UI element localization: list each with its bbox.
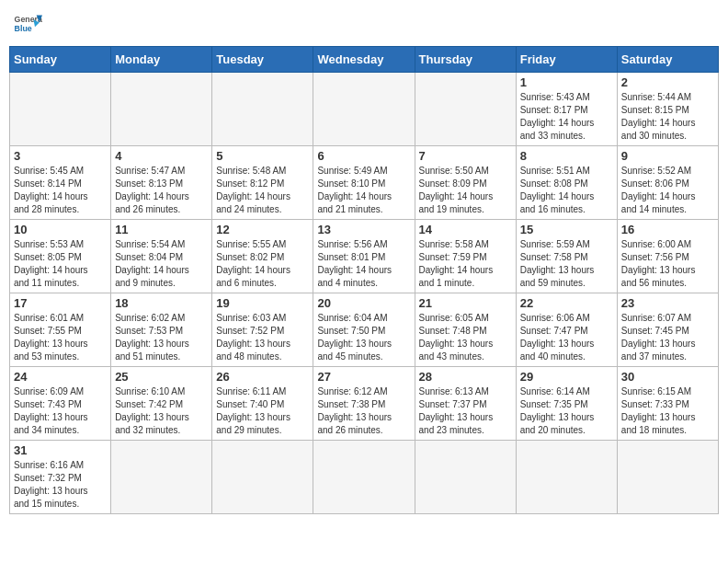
calendar-cell: 21Sunrise: 6:05 AM Sunset: 7:48 PM Dayli… (415, 293, 516, 367)
calendar-cell: 19Sunrise: 6:03 AM Sunset: 7:52 PM Dayli… (212, 293, 313, 367)
day-number: 28 (419, 370, 512, 384)
day-number: 24 (14, 370, 107, 384)
day-number: 17 (14, 296, 107, 310)
calendar-cell: 11Sunrise: 5:54 AM Sunset: 8:04 PM Dayli… (111, 220, 212, 293)
calendar-cell: 5Sunrise: 5:48 AM Sunset: 8:12 PM Daylig… (212, 146, 313, 220)
day-number: 20 (317, 296, 410, 310)
calendar-cell: 6Sunrise: 5:49 AM Sunset: 8:10 PM Daylig… (313, 146, 415, 220)
calendar-cell: 14Sunrise: 5:58 AM Sunset: 7:59 PM Dayli… (415, 220, 516, 293)
day-info: Sunrise: 5:44 AM Sunset: 8:15 PM Dayligh… (621, 91, 714, 143)
day-info: Sunrise: 6:15 AM Sunset: 7:33 PM Dayligh… (621, 385, 714, 437)
day-info: Sunrise: 6:07 AM Sunset: 7:45 PM Dayligh… (621, 312, 714, 363)
calendar-cell (516, 441, 617, 514)
day-number: 30 (621, 370, 714, 384)
day-number: 6 (317, 149, 410, 163)
weekday-header-sunday: Sunday (10, 47, 111, 73)
day-info: Sunrise: 5:58 AM Sunset: 7:59 PM Dayligh… (419, 238, 512, 290)
day-info: Sunrise: 5:45 AM Sunset: 8:14 PM Dayligh… (14, 165, 107, 216)
day-info: Sunrise: 6:06 AM Sunset: 7:47 PM Dayligh… (520, 312, 613, 363)
calendar-cell (212, 441, 313, 514)
calendar-cell: 17Sunrise: 6:01 AM Sunset: 7:55 PM Dayli… (10, 293, 111, 367)
calendar-cell: 23Sunrise: 6:07 AM Sunset: 7:45 PM Dayli… (617, 293, 718, 367)
day-info: Sunrise: 6:16 AM Sunset: 7:32 PM Dayligh… (14, 459, 107, 511)
calendar-cell: 25Sunrise: 6:10 AM Sunset: 7:42 PM Dayli… (111, 367, 212, 441)
day-info: Sunrise: 6:04 AM Sunset: 7:50 PM Dayligh… (317, 312, 410, 363)
day-number: 25 (115, 370, 208, 384)
calendar-cell: 13Sunrise: 5:56 AM Sunset: 8:01 PM Dayli… (313, 220, 415, 293)
day-number: 7 (419, 149, 512, 163)
calendar-cell (415, 441, 516, 514)
calendar-cell (212, 73, 313, 146)
calendar-cell: 31Sunrise: 6:16 AM Sunset: 7:32 PM Dayli… (10, 441, 111, 514)
weekday-header-monday: Monday (111, 47, 212, 73)
calendar-week-0: 1Sunrise: 5:43 AM Sunset: 8:17 PM Daylig… (10, 73, 719, 146)
day-info: Sunrise: 6:11 AM Sunset: 7:40 PM Dayligh… (216, 385, 309, 437)
calendar-cell: 30Sunrise: 6:15 AM Sunset: 7:33 PM Dayli… (617, 367, 718, 441)
day-info: Sunrise: 6:10 AM Sunset: 7:42 PM Dayligh… (115, 385, 208, 437)
day-number: 9 (621, 149, 714, 163)
day-number: 8 (520, 149, 613, 163)
calendar-cell: 12Sunrise: 5:55 AM Sunset: 8:02 PM Dayli… (212, 220, 313, 293)
calendar-table: SundayMondayTuesdayWednesdayThursdayFrid… (9, 46, 719, 514)
day-info: Sunrise: 6:05 AM Sunset: 7:48 PM Dayligh… (419, 312, 512, 363)
calendar-week-2: 10Sunrise: 5:53 AM Sunset: 8:05 PM Dayli… (10, 220, 719, 293)
day-info: Sunrise: 5:48 AM Sunset: 8:12 PM Dayligh… (216, 165, 309, 216)
calendar-cell: 24Sunrise: 6:09 AM Sunset: 7:43 PM Dayli… (10, 367, 111, 441)
calendar-cell (313, 441, 415, 514)
weekday-header-thursday: Thursday (415, 47, 516, 73)
calendar-cell: 20Sunrise: 6:04 AM Sunset: 7:50 PM Dayli… (313, 293, 415, 367)
day-number: 18 (115, 296, 208, 310)
day-info: Sunrise: 6:02 AM Sunset: 7:53 PM Dayligh… (115, 312, 208, 363)
generalblue-logo-icon: General Blue (13, 9, 42, 39)
day-number: 23 (621, 296, 714, 310)
calendar-cell: 8Sunrise: 5:51 AM Sunset: 8:08 PM Daylig… (516, 146, 617, 220)
day-info: Sunrise: 5:51 AM Sunset: 8:08 PM Dayligh… (520, 165, 613, 216)
calendar-cell (111, 73, 212, 146)
calendar-cell: 28Sunrise: 6:13 AM Sunset: 7:37 PM Dayli… (415, 367, 516, 441)
day-number: 15 (520, 223, 613, 236)
calendar-cell: 16Sunrise: 6:00 AM Sunset: 7:56 PM Dayli… (617, 220, 718, 293)
calendar-cell (415, 73, 516, 146)
weekday-header-tuesday: Tuesday (212, 47, 313, 73)
calendar-cell: 2Sunrise: 5:44 AM Sunset: 8:15 PM Daylig… (617, 73, 718, 146)
weekday-header-wednesday: Wednesday (313, 47, 415, 73)
weekday-header-row: SundayMondayTuesdayWednesdayThursdayFrid… (10, 47, 719, 73)
weekday-header-saturday: Saturday (617, 47, 718, 73)
day-info: Sunrise: 5:49 AM Sunset: 8:10 PM Dayligh… (317, 165, 410, 216)
day-info: Sunrise: 5:52 AM Sunset: 8:06 PM Dayligh… (621, 165, 714, 216)
calendar-cell: 27Sunrise: 6:12 AM Sunset: 7:38 PM Dayli… (313, 367, 415, 441)
day-number: 16 (621, 223, 714, 236)
day-number: 21 (419, 296, 512, 310)
day-info: Sunrise: 5:43 AM Sunset: 8:17 PM Dayligh… (520, 91, 613, 143)
day-number: 13 (317, 223, 410, 236)
day-number: 27 (317, 370, 410, 384)
svg-text:Blue: Blue (15, 24, 32, 33)
day-info: Sunrise: 6:13 AM Sunset: 7:37 PM Dayligh… (419, 385, 512, 437)
weekday-header-friday: Friday (516, 47, 617, 73)
calendar-week-3: 17Sunrise: 6:01 AM Sunset: 7:55 PM Dayli… (10, 293, 719, 367)
calendar-cell (617, 441, 718, 514)
day-number: 4 (115, 149, 208, 163)
day-info: Sunrise: 5:59 AM Sunset: 7:58 PM Dayligh… (520, 238, 613, 290)
calendar-week-4: 24Sunrise: 6:09 AM Sunset: 7:43 PM Dayli… (10, 367, 719, 441)
day-info: Sunrise: 6:01 AM Sunset: 7:55 PM Dayligh… (14, 312, 107, 363)
day-info: Sunrise: 6:00 AM Sunset: 7:56 PM Dayligh… (621, 238, 714, 290)
day-number: 29 (520, 370, 613, 384)
calendar-cell: 3Sunrise: 5:45 AM Sunset: 8:14 PM Daylig… (10, 146, 111, 220)
calendar-cell (111, 441, 212, 514)
calendar-cell: 1Sunrise: 5:43 AM Sunset: 8:17 PM Daylig… (516, 73, 617, 146)
day-info: Sunrise: 5:50 AM Sunset: 8:09 PM Dayligh… (419, 165, 512, 216)
calendar-week-5: 31Sunrise: 6:16 AM Sunset: 7:32 PM Dayli… (10, 441, 719, 514)
day-number: 31 (14, 443, 107, 457)
day-info: Sunrise: 5:54 AM Sunset: 8:04 PM Dayligh… (115, 238, 208, 290)
day-number: 19 (216, 296, 309, 310)
day-number: 10 (14, 223, 107, 236)
day-number: 5 (216, 149, 309, 163)
calendar-cell: 18Sunrise: 6:02 AM Sunset: 7:53 PM Dayli… (111, 293, 212, 367)
calendar-cell: 10Sunrise: 5:53 AM Sunset: 8:05 PM Dayli… (10, 220, 111, 293)
calendar-cell (10, 73, 111, 146)
day-info: Sunrise: 5:53 AM Sunset: 8:05 PM Dayligh… (14, 238, 107, 290)
day-info: Sunrise: 5:55 AM Sunset: 8:02 PM Dayligh… (216, 238, 309, 290)
day-info: Sunrise: 6:03 AM Sunset: 7:52 PM Dayligh… (216, 312, 309, 363)
day-number: 22 (520, 296, 613, 310)
